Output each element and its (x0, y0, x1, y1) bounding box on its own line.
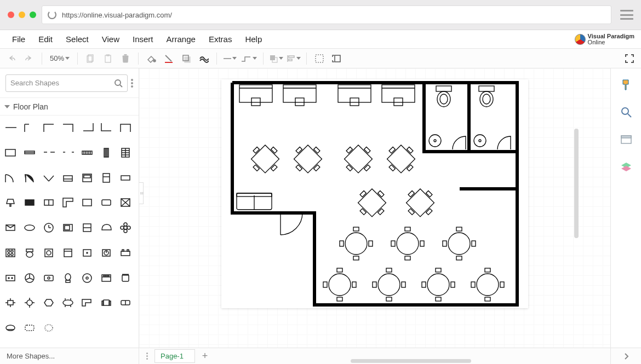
horizontal-scrollbar[interactable] (211, 348, 610, 364)
tab-page-1[interactable]: Page-1 (154, 349, 195, 363)
more-shapes-button[interactable]: More Shapes... (0, 348, 139, 364)
shape-drawer[interactable] (80, 221, 95, 234)
shape-wall-u[interactable] (118, 121, 134, 134)
menu-arrange[interactable]: Arrange (160, 32, 202, 46)
shadow-button[interactable] (179, 51, 193, 66)
shape-plant[interactable] (42, 321, 57, 334)
shape-vent[interactable] (80, 146, 95, 159)
shape-table-4[interactable] (3, 296, 19, 309)
reload-icon[interactable] (48, 10, 56, 19)
brand-logo[interactable]: Visual Paradigm Online (575, 33, 634, 45)
sidebar-collapse-handle[interactable]: ⠿ (139, 182, 144, 204)
shape-lamp[interactable] (3, 196, 19, 209)
style-button[interactable] (197, 51, 211, 66)
shape-screen[interactable] (99, 196, 115, 209)
shape-window[interactable] (3, 146, 19, 159)
shape-flower[interactable] (118, 221, 134, 234)
shape-corner-ne[interactable] (61, 121, 76, 134)
shape-sofa-l[interactable] (80, 296, 95, 309)
redo-button[interactable] (22, 51, 36, 66)
shape-sink-1[interactable] (61, 171, 76, 184)
menu-insert[interactable]: Insert (126, 32, 160, 46)
tab-reorder-handle[interactable] (142, 353, 151, 360)
shape-microwave[interactable] (61, 221, 76, 234)
menu-help[interactable]: Help (238, 32, 268, 46)
shape-envelope[interactable] (3, 221, 19, 234)
shape-tv[interactable] (22, 196, 38, 209)
fill-color-button[interactable] (144, 51, 158, 66)
menu-extras[interactable]: Extras (202, 32, 239, 46)
shape-opening-wide[interactable] (61, 146, 76, 159)
fit-page-button[interactable] (330, 51, 344, 66)
drawing-paper[interactable] (221, 79, 528, 308)
shape-column[interactable] (99, 146, 115, 159)
shape-dishwasher[interactable] (61, 246, 76, 259)
add-page-button[interactable]: + (198, 350, 211, 362)
shape-bathtub[interactable] (22, 221, 38, 234)
shape-opening[interactable] (42, 146, 57, 159)
menu-select[interactable]: Select (59, 32, 95, 46)
shape-counter[interactable] (118, 171, 134, 184)
shape-stove[interactable] (80, 171, 95, 184)
shape-cabinet[interactable] (42, 196, 57, 209)
shape-disc[interactable] (80, 271, 95, 285)
shape-loveseat[interactable] (118, 296, 134, 309)
shape-table-round-4[interactable] (22, 296, 38, 309)
shape-corner-sw[interactable] (99, 121, 115, 134)
shape-bed[interactable] (99, 271, 115, 285)
waypoint-button[interactable] (240, 51, 257, 66)
shape-outlet[interactable] (80, 246, 95, 259)
layers-button[interactable] (620, 160, 633, 174)
sidebar-options-button[interactable] (131, 79, 133, 88)
select-region-button[interactable] (312, 51, 327, 66)
shape-switch[interactable] (99, 246, 115, 259)
shape-corner-se[interactable] (80, 121, 95, 134)
paste-button[interactable] (101, 51, 115, 66)
shape-fan[interactable] (22, 271, 38, 285)
shape-stairs-1[interactable] (118, 146, 134, 159)
address-bar[interactable]: https://online.visual-paradigm.com/ (42, 5, 611, 24)
shape-ottoman[interactable] (3, 321, 19, 334)
zoom-dropdown[interactable]: 50% (48, 54, 72, 62)
line-color-button[interactable] (162, 51, 176, 66)
expand-right-rail[interactable] (610, 348, 641, 364)
shape-door-arc[interactable] (3, 171, 19, 184)
shape-cooktop[interactable] (3, 246, 19, 259)
shape-rug[interactable] (22, 321, 38, 334)
outline-button[interactable] (620, 133, 633, 146)
menu-view[interactable]: View (95, 32, 126, 46)
shape-fridge[interactable] (99, 171, 115, 184)
shape-sink-2[interactable] (42, 271, 57, 285)
shape-wall[interactable] (3, 121, 19, 134)
shape-wall-end[interactable] (22, 121, 38, 134)
shape-desk[interactable] (80, 196, 95, 209)
shape-x-box[interactable] (118, 196, 134, 209)
canvas[interactable] (139, 68, 610, 348)
browser-menu-button[interactable] (620, 10, 633, 20)
shape-armchair[interactable] (99, 296, 115, 309)
copy-button[interactable] (83, 51, 98, 66)
maximize-window-button[interactable] (30, 11, 36, 18)
shape-chair-top[interactable] (118, 271, 134, 285)
shape-counter-l[interactable] (61, 196, 76, 209)
shape-dresser[interactable] (3, 271, 19, 285)
to-front-button[interactable] (269, 51, 283, 66)
menu-file[interactable]: File (5, 32, 32, 46)
connection-button[interactable] (222, 51, 237, 66)
shape-washer[interactable] (42, 246, 57, 259)
shape-piano[interactable] (99, 221, 115, 234)
delete-button[interactable] (118, 51, 133, 66)
align-button[interactable] (287, 51, 301, 66)
undo-button[interactable] (4, 51, 19, 66)
shape-door-double[interactable] (42, 171, 57, 184)
menu-edit[interactable]: Edit (32, 32, 59, 46)
shape-door-quarter[interactable] (22, 171, 38, 184)
floor-plan-panel-header[interactable]: Floor Plan (0, 98, 139, 115)
vertical-scrollbar[interactable] (574, 129, 579, 238)
format-panel-button[interactable] (620, 78, 633, 91)
shape-clock[interactable] (42, 221, 57, 234)
shape-window-double[interactable] (22, 146, 38, 159)
search-shapes-input[interactable]: Search Shapes (5, 74, 128, 92)
minimize-window-button[interactable] (19, 11, 25, 18)
shape-toilet-top[interactable] (22, 246, 38, 259)
